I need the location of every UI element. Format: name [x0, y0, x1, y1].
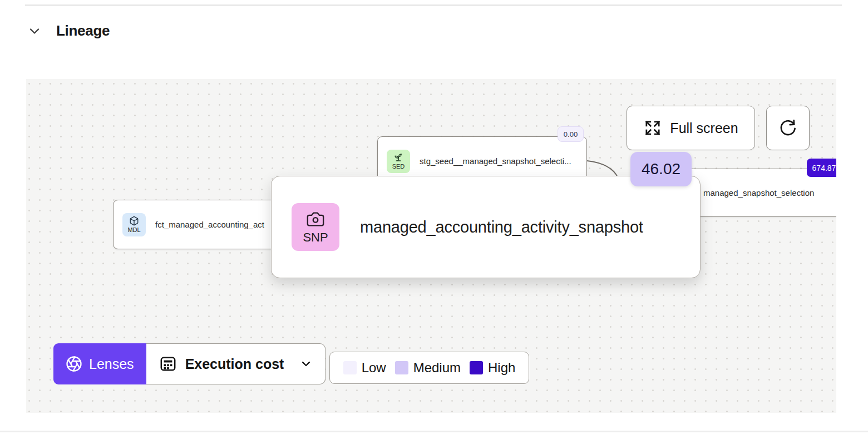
top-divider	[25, 4, 842, 6]
legend-item-low: Low	[343, 360, 386, 376]
cost-badge-low: 0.00	[558, 126, 584, 142]
lenses-label: Lenses	[89, 356, 134, 372]
refresh-button[interactable]	[766, 106, 810, 150]
full-screen-label: Full screen	[670, 120, 738, 136]
model-type-badge: MDL	[122, 213, 146, 236]
cube-icon	[129, 216, 139, 226]
page-title: Lineage	[56, 22, 110, 40]
calculator-icon	[159, 354, 177, 373]
cost-badge-high: 674.87	[807, 159, 836, 177]
lineage-section-header: Lineage	[26, 22, 110, 40]
full-screen-button[interactable]: Full screen	[627, 106, 755, 150]
refresh-icon	[778, 118, 798, 138]
node-type-label: SNP	[303, 230, 328, 245]
camera-icon	[306, 210, 325, 229]
lens-bar: Lenses Execution cost	[53, 343, 326, 384]
selected-lens-label: Execution cost	[185, 356, 284, 372]
legend-swatch-high	[470, 361, 483, 374]
hover-card-title: managed_accounting_activity_snapshot	[360, 218, 643, 236]
node-label: managed_snapshot_selection	[703, 188, 814, 198]
node-label: fct_managed_accounting_act	[155, 220, 264, 229]
lineage-canvas[interactable]: managed_snapshot_selection 674.87 SED st…	[26, 79, 836, 413]
lenses-button[interactable]: Lenses	[53, 343, 146, 384]
seed-type-badge: SED	[387, 150, 410, 173]
node-hover-card: SNP managed_accounting_activity_snapshot	[271, 176, 701, 278]
chevron-down-icon	[27, 23, 42, 39]
aperture-icon	[66, 356, 82, 372]
legend-swatch-medium	[395, 361, 408, 374]
cost-badge-medium: 46.02	[630, 152, 692, 186]
node-type-label: MDL	[127, 227, 140, 233]
bottom-divider	[0, 431, 868, 432]
collapse-section-button[interactable]	[26, 23, 43, 40]
lens-selector-dropdown[interactable]: Execution cost	[146, 343, 326, 384]
legend-item-medium: Medium	[395, 360, 461, 376]
node-type-label: SED	[392, 164, 405, 170]
snapshot-type-badge: SNP	[292, 203, 339, 251]
legend-swatch-low	[343, 361, 357, 374]
expand-arrows-icon	[643, 119, 662, 137]
seedling-icon	[393, 152, 403, 162]
cost-legend: Low Medium High	[329, 352, 529, 384]
chevron-down-icon	[299, 357, 313, 371]
legend-item-high: High	[470, 360, 515, 376]
node-label: stg_seed__managed_snapshot_selecti...	[420, 156, 571, 166]
